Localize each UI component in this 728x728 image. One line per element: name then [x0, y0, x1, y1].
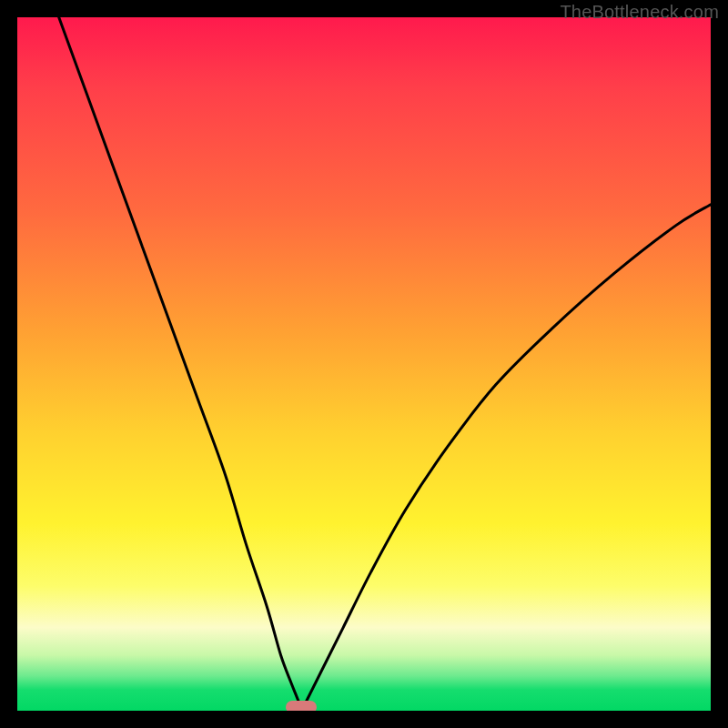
watermark-text: TheBottleneck.com	[560, 2, 719, 23]
plot-area	[17, 17, 711, 711]
bottleneck-curve	[17, 17, 711, 711]
curve-left-branch	[59, 17, 302, 711]
curve-right-branch	[301, 205, 711, 711]
minimum-marker	[286, 701, 317, 711]
